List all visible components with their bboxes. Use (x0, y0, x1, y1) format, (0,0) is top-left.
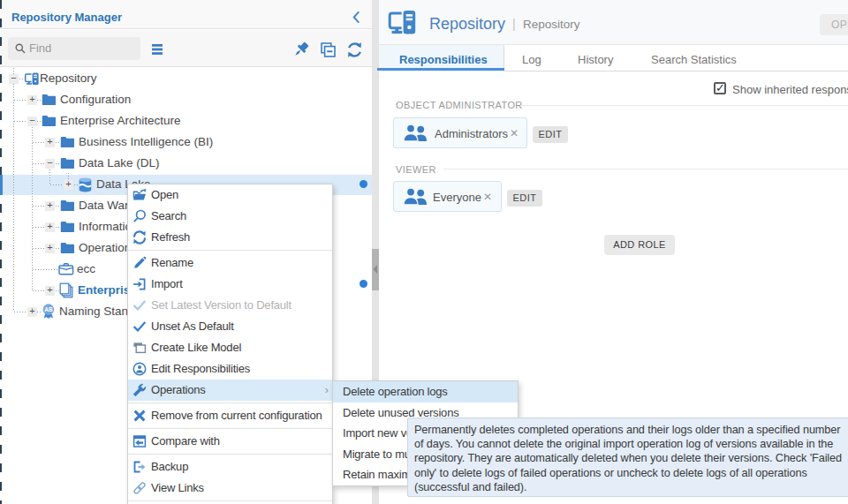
svg-text:AB: AB (44, 306, 53, 312)
